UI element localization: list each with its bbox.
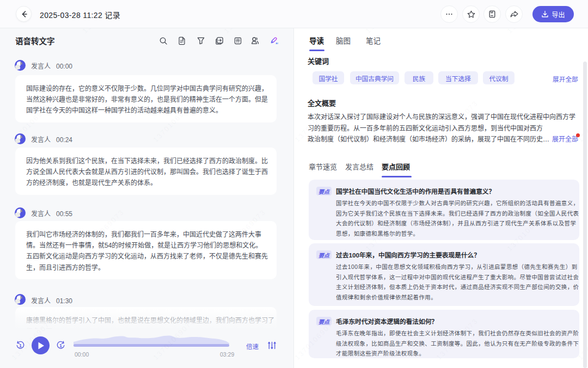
svg-text:1: 1: [59, 343, 62, 348]
svg-text:AI: AI: [275, 42, 278, 45]
svg-text:1: 1: [19, 343, 22, 348]
